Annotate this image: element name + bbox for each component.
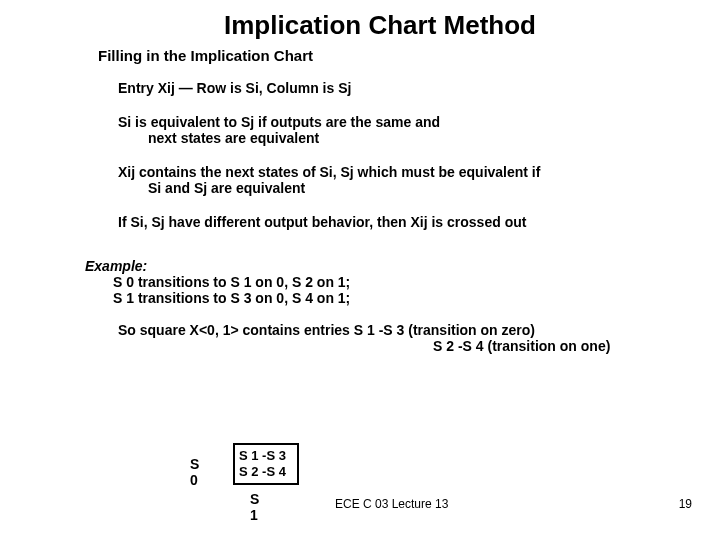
xij-contents: Xij contains the next states of Si, Sj w… [118,164,680,196]
text-line: Si is equivalent to Sj if outputs are th… [118,114,680,130]
text-line: Si and Sj are equivalent [148,180,680,196]
cell-entry: S 2 -S 4 [239,464,286,480]
example-transition: S 1 transitions to S 3 on 0, S 4 on 1; [113,290,720,306]
equivalence-rule: Si is equivalent to Sj if outputs are th… [118,114,680,146]
example-block: Example: S 0 transitions to S 1 on 0, S … [85,258,720,306]
footer-lecture: ECE C 03 Lecture 13 [335,497,448,511]
implication-cell: S 1 -S 3 S 2 -S 4 [233,443,299,485]
state-label-s1: S 1 [250,491,259,523]
footer-page-number: 19 [679,497,692,511]
text-line: Xij contains the next states of Si, Sj w… [118,164,680,180]
text-line: next states are equivalent [148,130,680,146]
result-block: So square X<0, 1> contains entries S 1 -… [118,322,720,354]
cell-entry: S 1 -S 3 [239,448,286,464]
text-line: So square X<0, 1> contains entries S 1 -… [118,322,720,338]
page-title: Implication Chart Method [40,0,720,41]
example-transition: S 0 transitions to S 1 on 0, S 2 on 1; [113,274,720,290]
content-block: Entry Xij — Row is Si, Column is Sj Si i… [118,80,680,230]
example-heading: Example: [85,258,720,274]
text-line: S 2 -S 4 (transition on one) [433,338,720,354]
section-subtitle: Filling in the Implication Chart [98,47,720,64]
entry-definition: Entry Xij — Row is Si, Column is Sj [118,80,680,96]
crossout-rule: If Si, Sj have different output behavior… [118,214,680,230]
state-label-s0: S 0 [190,456,199,488]
